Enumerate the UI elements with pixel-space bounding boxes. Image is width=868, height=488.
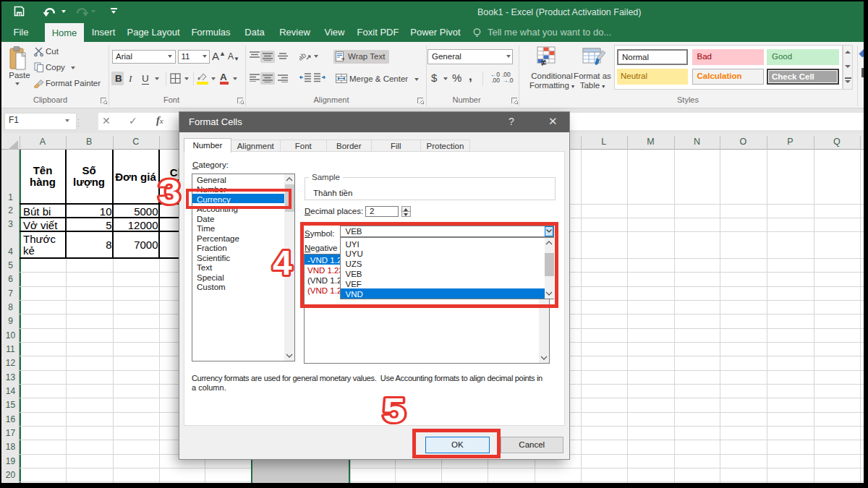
svg-text:5: 5 <box>383 391 406 429</box>
svg-text:ab: ab <box>299 51 307 62</box>
svg-text:≠: ≠ <box>541 57 546 67</box>
svg-text:4: 4 <box>273 244 292 282</box>
svg-text:3: 3 <box>158 173 181 211</box>
